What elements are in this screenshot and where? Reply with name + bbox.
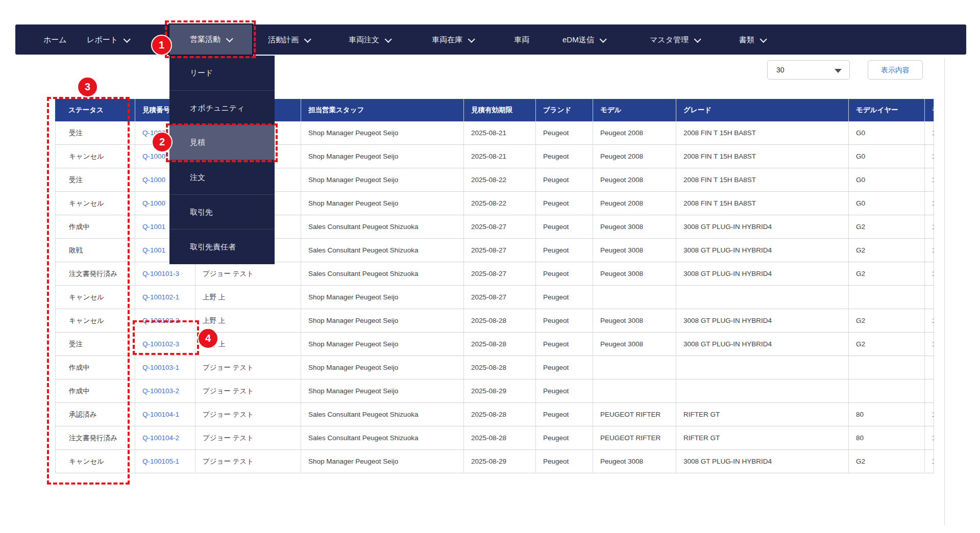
table-cell: 2008 FIN T 15H BA8ST xyxy=(676,121,849,145)
nav-item-1[interactable]: レポート xyxy=(87,24,129,55)
table-cell: 2025-08-29 xyxy=(464,379,536,403)
menu-item-4[interactable]: 取引先 xyxy=(169,194,275,229)
table-cell: 上野 上 xyxy=(195,286,301,309)
table-cell: G2 xyxy=(849,333,925,356)
table-cell xyxy=(925,286,934,309)
table-cell: Peugeot 3008 xyxy=(593,333,676,356)
table-cell: Peugeot xyxy=(536,262,593,286)
menu-item-0[interactable]: リード xyxy=(169,56,275,90)
table-cell: 注文書発行済み xyxy=(55,262,135,286)
table-row: 受注Q-100102-3上野 上Shop Manager Peugeot Sei… xyxy=(55,333,934,356)
nav-item-6[interactable]: 車両 xyxy=(514,24,529,55)
table-cell: Peugeot xyxy=(536,403,593,426)
table-cell: G2 xyxy=(849,262,925,286)
table-cell: キャンセル xyxy=(55,309,135,333)
nav-item-8[interactable]: マスタ管理 xyxy=(650,24,700,55)
app-page: ホームレポート活動計画車両注文車両在庫車両eDM送信マスタ管理書類 営業活動 リ… xyxy=(0,0,980,533)
column-header-0: ステータス xyxy=(55,99,135,121)
table-cell: 作成中 xyxy=(55,215,135,239)
table-cell: 1 xyxy=(925,145,934,168)
table-cell: プジョー テスト xyxy=(195,426,301,450)
table-cell: プジョー テスト xyxy=(195,356,301,379)
table-cell: Shop Manager Peugeot Seijo xyxy=(301,145,464,168)
table-cell: キャンセル xyxy=(55,450,135,473)
table-cell: 1 xyxy=(925,403,934,426)
quote-number-link[interactable]: Q-100102-1 xyxy=(135,286,195,309)
quote-number-link[interactable]: Q-100103-2 xyxy=(135,379,195,403)
table-cell: Peugeot xyxy=(536,168,593,192)
table-cell: 2008 FIN T 15H BA8ST xyxy=(676,145,849,168)
table-cell: 2025-08-29 xyxy=(464,450,536,473)
chevron-down-icon xyxy=(304,36,311,43)
table-cell: Peugeot xyxy=(536,426,593,450)
table-cell: 3008 GT PLUG-IN HYBRID4 xyxy=(676,262,849,286)
nav-item-7[interactable]: eDM送信 xyxy=(562,24,605,55)
page-size-select[interactable]: 30 xyxy=(767,60,850,80)
table-cell: Peugeot xyxy=(536,286,593,309)
table-cell: 1 xyxy=(925,262,934,286)
table-cell: Peugeot 2008 xyxy=(593,145,676,168)
table-cell: 2025-08-28 xyxy=(464,356,536,379)
table-cell: G2 xyxy=(849,239,925,262)
menu-item-2[interactable]: 見積 xyxy=(169,125,275,160)
page-size-value: 30 xyxy=(776,66,785,74)
nav-item-0[interactable]: ホーム xyxy=(43,24,67,55)
nav-item-3[interactable]: 活動計画 xyxy=(268,24,310,55)
table-cell: 作成中 xyxy=(55,356,135,379)
table-cell: 受注 xyxy=(55,168,135,192)
table-cell: Peugeot xyxy=(536,145,593,168)
nav-item-label: レポート xyxy=(87,35,118,44)
nav-item-label: 車両 xyxy=(514,35,529,44)
table-cell: Peugeot xyxy=(536,215,593,239)
table-cell: 注文書発行済み xyxy=(55,426,135,450)
table-cell: プジョー テスト xyxy=(195,450,301,473)
chevron-down-icon xyxy=(694,36,701,43)
nav-item-4[interactable]: 車両注文 xyxy=(349,24,390,55)
chevron-down-icon xyxy=(760,36,767,43)
nav-item-label: 車両在庫 xyxy=(432,35,462,44)
column-header-5: ブランド xyxy=(536,99,593,121)
table-cell: 承認済み xyxy=(55,403,135,426)
table-cell: Shop Manager Peugeot Seijo xyxy=(301,450,464,473)
select-arrow-icon xyxy=(835,69,842,73)
table-cell: Shop Manager Peugeot Seijo xyxy=(301,192,464,215)
table-cell: Shop Manager Peugeot Seijo xyxy=(301,168,464,192)
table-cell: 80 xyxy=(849,403,925,426)
menu-item-3[interactable]: 注文 xyxy=(169,160,275,194)
display-contents-button[interactable]: 表示内容 xyxy=(868,60,923,80)
column-header-9: モ xyxy=(925,99,934,121)
table-cell: 2025-08-28 xyxy=(464,309,536,333)
nav-item-label: 活動計画 xyxy=(268,35,299,44)
table-cell xyxy=(925,379,934,403)
nav-item-9[interactable]: 書類 xyxy=(739,24,766,55)
table-row: キャンセルQ-100102-1上野 上Shop Manager Peugeot … xyxy=(55,286,934,309)
table-cell: 1 xyxy=(925,450,934,473)
quote-number-link[interactable]: Q-100101-3 xyxy=(135,262,195,286)
chevron-down-icon xyxy=(226,35,233,42)
nav-item-label: 営業活動 xyxy=(190,35,220,44)
nav-item-sales-activity[interactable]: 営業活動 xyxy=(168,23,253,56)
quote-number-link[interactable]: Q-100104-1 xyxy=(135,403,195,426)
table-cell: キャンセル xyxy=(55,286,135,309)
quote-number-link[interactable]: Q-100102-3 xyxy=(135,333,195,356)
nav-item-5[interactable]: 車両在庫 xyxy=(432,24,474,55)
table-cell xyxy=(849,356,925,379)
table-row: 注文書発行済みQ-100101-3プジョー テストSales Consultan… xyxy=(55,262,934,286)
quote-number-link[interactable]: Q-100105-1 xyxy=(135,450,195,473)
menu-item-5[interactable]: 取引先責任者 xyxy=(169,229,275,264)
table-cell xyxy=(849,379,925,403)
quote-number-link[interactable]: Q-100103-1 xyxy=(135,356,195,379)
table-cell: PEUGEOT RIFTER xyxy=(593,403,676,426)
table-cell: 3008 GT PLUG-IN HYBRID4 xyxy=(676,239,849,262)
table-cell: Peugeot 3008 xyxy=(593,309,676,333)
quote-number-link[interactable]: Q-100104-2 xyxy=(135,426,195,450)
table-cell xyxy=(676,379,849,403)
table-cell: Peugeot xyxy=(536,121,593,145)
table-cell: 1 xyxy=(925,333,934,356)
quote-number-link[interactable]: Q-100102-2 xyxy=(135,309,195,333)
table-cell: Peugeot 3008 xyxy=(593,262,676,286)
table-cell: 1 xyxy=(925,168,934,192)
table-cell: Peugeot xyxy=(536,333,593,356)
table-cell: 2025-08-28 xyxy=(464,403,536,426)
menu-item-1[interactable]: オポチュニティ xyxy=(169,90,275,125)
